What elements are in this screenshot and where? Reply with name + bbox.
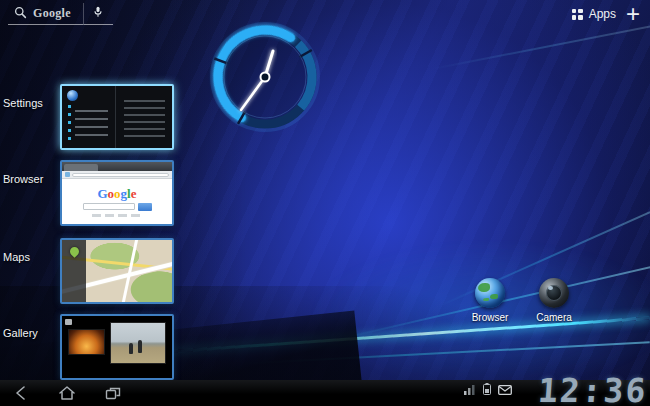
gallery-photo-sunset (68, 329, 105, 355)
recents-icon (105, 386, 122, 401)
search-label: Google (33, 6, 71, 21)
apps-grid-icon (572, 9, 583, 20)
recent-thumbnail-maps[interactable] (60, 238, 174, 304)
system-bar: 12:36 (0, 380, 650, 406)
back-icon (13, 385, 29, 401)
search-icon (14, 5, 27, 23)
gallery-photo-beach (110, 322, 166, 364)
recents-button[interactable] (102, 384, 124, 402)
google-logo: Google (97, 187, 136, 200)
email-notification-icon (498, 381, 512, 399)
apps-button[interactable]: Apps (572, 7, 616, 21)
android-home-screen: Google Apps + (0, 0, 650, 406)
status-area[interactable] (464, 381, 512, 399)
analog-clock-widget[interactable] (203, 15, 327, 139)
wallpaper-streak (432, 24, 650, 70)
browser-preview-searchbox (83, 203, 135, 210)
apps-label: Apps (589, 7, 616, 21)
recent-item-settings: Settings (0, 84, 180, 150)
voice-search-button[interactable] (83, 3, 113, 25)
maps-preview-sidebar (62, 240, 86, 302)
search-box[interactable]: Google (8, 3, 83, 25)
browser-app-icon[interactable]: Browser (462, 278, 518, 323)
recent-label: Settings (3, 97, 43, 109)
browser-preview-button (138, 203, 152, 211)
home-icon (58, 385, 76, 401)
analog-clock-icon (203, 15, 327, 139)
recent-label: Gallery (3, 327, 38, 339)
recent-thumbnail-settings[interactable] (60, 84, 174, 150)
recent-label: Browser (3, 173, 43, 185)
browser-preview-addressbar (62, 171, 172, 179)
recent-thumbnail-browser[interactable]: Google (60, 160, 174, 226)
browser-icon-label: Browser (472, 312, 509, 323)
home-button[interactable] (56, 384, 78, 402)
photo-figure (138, 340, 142, 353)
recent-item-browser: Browser Google (0, 160, 180, 226)
browser-preview-tab (64, 164, 98, 171)
browser-preview-page: Google (62, 179, 172, 224)
wallpaper-streak (240, 341, 650, 364)
map-pin-icon (68, 245, 81, 258)
globe-icon (475, 278, 505, 308)
photo-figure (129, 343, 133, 354)
browser-preview-searchrow (83, 203, 152, 211)
camera-app-icon[interactable]: Camera (526, 278, 582, 323)
signal-icon (464, 381, 476, 399)
add-widget-button[interactable]: + (622, 0, 644, 28)
favicon-icon (65, 172, 70, 177)
browser-preview-tabbar (62, 162, 172, 171)
back-button[interactable] (10, 384, 32, 402)
settings-preview-detail (115, 86, 172, 148)
google-search-widget: Google (8, 3, 113, 25)
browser-preview-urlfield (72, 173, 169, 177)
browser-preview-links (92, 214, 142, 217)
recent-label: Maps (3, 251, 30, 263)
gallery-badge-icon (65, 319, 72, 325)
system-clock[interactable]: 12:36 (536, 371, 648, 406)
microphone-icon (92, 4, 104, 23)
recent-item-maps: Maps (0, 238, 180, 304)
battery-icon (483, 381, 491, 399)
recent-thumbnail-gallery[interactable] (60, 314, 174, 380)
camera-icon-label: Camera (536, 312, 572, 323)
recent-item-gallery: Gallery (0, 314, 180, 380)
camera-lens-icon (539, 278, 569, 308)
settings-preview-list (62, 86, 115, 148)
